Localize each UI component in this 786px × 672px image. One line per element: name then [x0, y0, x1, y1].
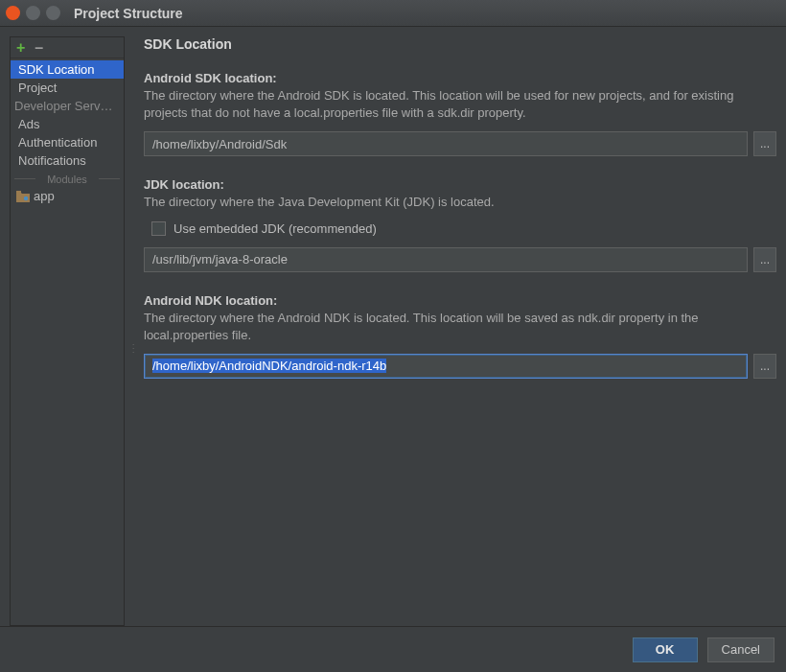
- sdk-browse-button[interactable]: ...: [753, 131, 776, 156]
- cancel-button[interactable]: Cancel: [707, 637, 774, 662]
- modules-separator: Modules: [11, 170, 124, 187]
- titlebar: Project Structure: [0, 0, 786, 27]
- module-label: app: [34, 189, 55, 203]
- window-title: Project Structure: [74, 6, 183, 21]
- svg-rect-0: [16, 191, 21, 194]
- jdk-location-title: JDK location:: [144, 177, 776, 192]
- project-structure-dialog: Project Structure + – SDK Location Proje…: [0, 0, 786, 672]
- use-embedded-jdk-checkbox[interactable]: [151, 221, 166, 236]
- use-embedded-jdk-row[interactable]: Use embedded JDK (recommended): [151, 221, 776, 236]
- sdk-location-row: ...: [144, 131, 776, 156]
- jdk-location-input[interactable]: [144, 247, 748, 272]
- sidebar-toolbar: + –: [11, 37, 124, 58]
- sidebar-item-project[interactable]: Project: [11, 79, 124, 97]
- ndk-location-input[interactable]: [144, 354, 748, 379]
- sdk-location-input[interactable]: [144, 131, 748, 156]
- add-icon[interactable]: +: [16, 40, 25, 56]
- sdk-location-desc: The directory where the Android SDK is l…: [144, 87, 776, 122]
- ok-button[interactable]: OK: [633, 637, 698, 662]
- jdk-location-row: ...: [144, 247, 776, 272]
- sidebar-item-developer-services[interactable]: Developer Serv…: [11, 97, 124, 115]
- sidebar-item-authentication[interactable]: Authentication: [11, 133, 124, 151]
- splitter[interactable]: ···: [132, 36, 136, 626]
- dialog-body: + – SDK Location Project Developer Serv……: [0, 27, 786, 626]
- ndk-location-desc: The directory where the Android NDK is l…: [144, 310, 776, 344]
- remove-icon[interactable]: –: [35, 40, 43, 56]
- ndk-location-row: ...: [144, 354, 776, 379]
- window-close-icon[interactable]: [6, 6, 20, 20]
- splitter-handle-icon: ···: [132, 343, 134, 355]
- sidebar-tree: SDK Location Project Developer Serv… Ads…: [11, 58, 124, 625]
- sidebar-item-notifications[interactable]: Notifications: [11, 151, 124, 170]
- dialog-footer: OK Cancel: [0, 626, 786, 672]
- sdk-location-title: Android SDK location:: [144, 71, 776, 85]
- window-maximize-icon[interactable]: [46, 6, 60, 20]
- sidebar: + – SDK Location Project Developer Serv……: [10, 36, 125, 626]
- page-title: SDK Location: [144, 36, 776, 52]
- ndk-browse-button[interactable]: ...: [753, 354, 776, 379]
- window-minimize-icon[interactable]: [26, 6, 40, 20]
- sidebar-item-ads[interactable]: Ads: [11, 115, 124, 133]
- content-panel: SDK Location Android SDK location: The d…: [144, 36, 776, 626]
- ndk-location-title: Android NDK location:: [144, 293, 776, 308]
- sidebar-item-module-app[interactable]: app: [11, 187, 124, 205]
- jdk-location-desc: The directory where the Java Development…: [144, 194, 776, 211]
- module-folder-icon: [16, 191, 30, 202]
- use-embedded-jdk-label: Use embedded JDK (recommended): [173, 221, 377, 236]
- svg-point-1: [24, 196, 28, 199]
- sidebar-item-sdk-location[interactable]: SDK Location: [11, 60, 124, 79]
- jdk-browse-button[interactable]: ...: [753, 247, 776, 272]
